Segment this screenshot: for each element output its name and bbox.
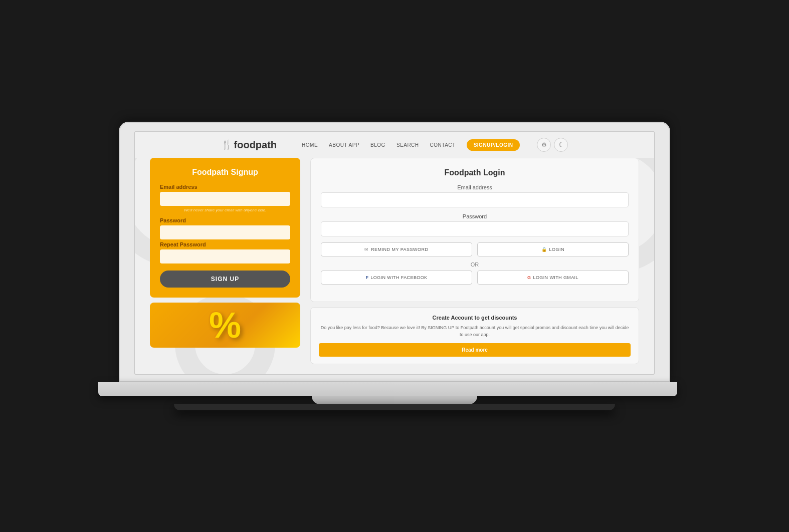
signup-repeat-password-input[interactable] <box>160 249 290 263</box>
laptop-wrapper: 🍴 foodpath HOME ABOUT APP BLOG SEARCH CO… <box>119 122 670 410</box>
signup-title: Foodpath Signup <box>160 168 290 177</box>
laptop-stand <box>312 396 477 404</box>
discount-info-text: Do you like pay less for food? Because w… <box>319 325 631 338</box>
social-login-buttons: f LOGIN WITH FACEBOOK G LOGIN WITH GMAIL <box>321 271 629 285</box>
signup-password-label: Password <box>160 217 290 223</box>
remind-password-button[interactable]: ✉ REMIND MY PASSWORD <box>321 242 472 256</box>
theme-button[interactable]: ☾ <box>554 138 568 152</box>
nav-blog[interactable]: BLOG <box>370 142 385 148</box>
facebook-icon: f <box>365 275 368 280</box>
envelope-icon: ✉ <box>364 247 369 252</box>
nav-about[interactable]: ABOUT APP <box>329 142 359 148</box>
discount-info-card: Create Account to get discounts Do you l… <box>310 307 639 364</box>
laptop-screen-outer: 🍴 foodpath HOME ABOUT APP BLOG SEARCH CO… <box>119 122 670 382</box>
logo: 🍴 foodpath <box>221 139 277 151</box>
laptop-foot <box>174 404 615 410</box>
discount-info-title: Create Account to get discounts <box>319 315 631 321</box>
signup-repeat-password-label: Repeat Password <box>160 241 290 247</box>
logo-icon: 🍴 <box>221 139 232 150</box>
website-content: 🍴 foodpath HOME ABOUT APP BLOG SEARCH CO… <box>135 132 654 374</box>
remind-button-label: REMIND MY PASSWORD <box>371 247 429 252</box>
percent-symbol: % <box>209 307 241 343</box>
login-button[interactable]: 🔒 LOGIN <box>477 242 629 256</box>
login-card: Foodpath Login Email address Password ✉ … <box>310 158 639 302</box>
logo-text: foodpath <box>234 139 277 151</box>
laptop-screen-inner: 🍴 foodpath HOME ABOUT APP BLOG SEARCH CO… <box>134 131 655 375</box>
settings-button[interactable]: ⚙ <box>537 138 551 152</box>
nav-links: HOME ABOUT APP BLOG SEARCH CONTACT SIGNU… <box>302 139 520 151</box>
login-action-buttons: ✉ REMIND MY PASSWORD 🔒 LOGIN <box>321 242 629 256</box>
gmail-button-label: LOGIN WITH GMAIL <box>533 275 578 280</box>
settings-icon: ⚙ <box>541 141 547 148</box>
or-divider: OR <box>321 261 629 268</box>
laptop-base <box>98 382 677 396</box>
login-panel: Foodpath Login Email address Password ✉ … <box>310 158 639 364</box>
signup-email-hint: We'll never share your email with anyone… <box>160 208 290 212</box>
nav-home[interactable]: HOME <box>302 142 318 148</box>
signup-password-input[interactable] <box>160 225 290 239</box>
nav-icons: ⚙ ☾ <box>537 138 568 152</box>
login-password-input[interactable] <box>321 221 629 236</box>
login-title: Foodpath Login <box>321 168 629 177</box>
signup-panel: Foodpath Signup Email address We'll neve… <box>150 158 300 364</box>
nav-signup-button[interactable]: SIGNUP/LOGIN <box>467 139 520 151</box>
login-email-input[interactable] <box>321 192 629 207</box>
login-button-label: LOGIN <box>549 247 564 252</box>
navbar: 🍴 foodpath HOME ABOUT APP BLOG SEARCH CO… <box>135 132 654 158</box>
gmail-login-button[interactable]: G LOGIN WITH GMAIL <box>477 271 629 285</box>
google-icon: G <box>527 275 531 280</box>
theme-icon: ☾ <box>558 141 564 148</box>
login-password-label: Password <box>321 213 629 219</box>
facebook-button-label: LOGIN WITH FACEBOOK <box>370 275 427 280</box>
signup-button[interactable]: SIGN UP <box>160 271 290 288</box>
main-content: Foodpath Signup Email address We'll neve… <box>135 158 654 374</box>
read-more-button[interactable]: Read more <box>319 343 631 357</box>
signup-email-label: Email address <box>160 184 290 190</box>
discount-banner: % <box>150 303 300 348</box>
facebook-login-button[interactable]: f LOGIN WITH FACEBOOK <box>321 271 472 285</box>
nav-search[interactable]: SEARCH <box>397 142 419 148</box>
login-email-label: Email address <box>321 184 629 190</box>
lock-icon: 🔒 <box>541 247 547 252</box>
nav-contact[interactable]: CONTACT <box>430 142 456 148</box>
signup-card: Foodpath Signup Email address We'll neve… <box>150 158 300 298</box>
signup-email-input[interactable] <box>160 192 290 206</box>
